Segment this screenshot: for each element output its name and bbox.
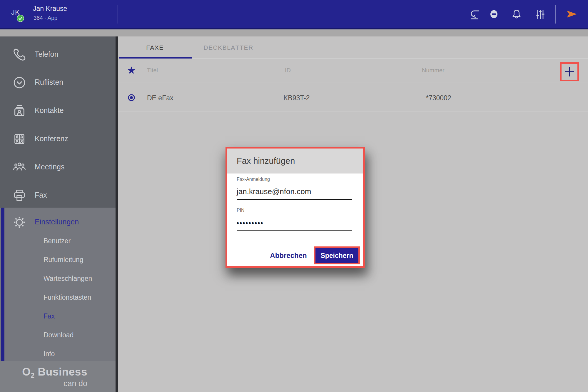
call-redirect-icon[interactable] <box>467 8 480 21</box>
cell-id: KB93T-2 <box>283 94 310 102</box>
subitem-label: Warteschlangen <box>44 275 92 283</box>
subheader-strip <box>0 29 588 36</box>
sidebar-item-meetings[interactable]: Meetings <box>0 153 116 181</box>
fax-login-label: Fax-Anmeldung <box>237 177 270 182</box>
conference-grid-icon <box>12 131 27 147</box>
sidebar-item-label: Kontakte <box>35 106 64 115</box>
user-account-block[interactable]: JK Jan Krause 384 - App <box>0 0 118 28</box>
sidebar-item-label: Ruflisten <box>35 78 63 86</box>
active-tab-indicator <box>119 57 192 59</box>
sidebar-item-label: Telefon <box>35 50 59 59</box>
pin-label: PIN <box>237 208 245 213</box>
tab-baseline <box>192 58 588 59</box>
topbar-divider <box>555 5 556 24</box>
sidebar-item-label: Einstellungen <box>35 218 79 226</box>
column-header-titel: Titel <box>147 67 158 74</box>
tab-label: DECKBLÄTTER <box>203 44 253 51</box>
phone-icon <box>12 47 27 62</box>
pin-underline <box>237 230 352 231</box>
annotation-box-add-button <box>560 62 579 81</box>
sidebar-item-fax[interactable]: Fax <box>0 181 116 209</box>
sidebar-item-kontakte[interactable]: Kontakte <box>0 97 116 125</box>
cancel-button[interactable]: Abbrechen <box>268 248 309 263</box>
sidebar-edge-shadow <box>116 36 118 392</box>
contacts-card-icon <box>12 103 27 119</box>
sidebar-item-label: Fax <box>35 191 47 199</box>
tab-deckblaetter[interactable]: DECKBLÄTTER <box>192 36 265 59</box>
sidebar-subitem-warteschlangen[interactable]: Warteschlangen <box>0 270 116 288</box>
notifications-bell-icon[interactable] <box>510 8 523 21</box>
subitem-label: Fax <box>44 312 55 320</box>
add-fax-button[interactable] <box>564 66 575 78</box>
do-not-disturb-icon[interactable] <box>487 8 500 21</box>
subitem-label: Funktionstasten <box>44 293 91 301</box>
fax-login-input[interactable]: jan.krause@nfon.com <box>237 187 311 196</box>
sidebar-subitem-funktionstasten[interactable]: Funktionstasten <box>0 288 116 307</box>
cell-titel: DE eFax <box>147 94 173 102</box>
fax-add-dialog: Fax hinzufügen Fax-Anmeldung jan.krause@… <box>227 149 363 266</box>
sidebar: Telefon Ruflisten Kontakte <box>0 36 116 392</box>
column-header-nummer: Nummer <box>422 67 445 74</box>
subitem-label: Info <box>44 350 55 358</box>
sidebar-subitem-rufumleitung[interactable]: Rufumleitung <box>0 251 116 270</box>
annotation-box-save-button: Speichern <box>314 246 360 264</box>
pin-input[interactable]: ••••••••• <box>237 219 264 227</box>
sidebar-subitem-fax[interactable]: Fax <box>0 307 116 326</box>
o2-business-logo: O2 Business can do <box>22 366 87 388</box>
sidebar-footer: O2 Business can do <box>0 361 116 392</box>
topbar-divider <box>458 5 458 24</box>
column-header-id: ID <box>285 67 291 74</box>
sidebar-item-label: Konferenz <box>35 134 68 143</box>
gear-icon <box>12 215 27 230</box>
user-extension: 384 - App <box>34 15 57 21</box>
radio-selected-icon[interactable] <box>128 94 135 101</box>
fax-printer-icon <box>12 188 27 203</box>
app-window: JK Jan Krause 384 - App <box>0 0 588 392</box>
sidebar-subitem-benutzer[interactable]: Benutzer <box>0 232 116 251</box>
sidebar-item-konferenz[interactable]: Konferenz <box>0 125 116 153</box>
tab-faxe[interactable]: FAXE <box>118 36 192 59</box>
user-name: Jan Krause <box>33 5 67 13</box>
tab-label: FAXE <box>146 44 164 51</box>
cell-nummer: *730002 <box>426 94 451 102</box>
topbar-divider <box>118 5 118 24</box>
annotation-box-modal: Fax hinzufügen Fax-Anmeldung jan.krause@… <box>225 147 365 268</box>
save-button[interactable]: Speichern <box>315 248 358 263</box>
sidebar-item-telefon[interactable]: Telefon <box>0 41 116 69</box>
subitem-label: Download <box>44 331 74 339</box>
send-fax-icon[interactable] <box>565 8 578 21</box>
audio-settings-sliders-icon[interactable] <box>534 8 547 21</box>
table-row[interactable]: DE eFax KB93T-2 *730002 <box>118 83 588 111</box>
meetings-people-icon <box>12 160 27 175</box>
fax-login-underline <box>237 199 352 200</box>
sidebar-subitem-download[interactable]: Download <box>0 326 116 345</box>
sidebar-item-einstellungen[interactable]: Einstellungen <box>0 212 116 233</box>
topbar: JK Jan Krause 384 - App <box>0 0 588 29</box>
settings-section: Einstellungen Benutzer Rufumleitung Wart… <box>0 208 116 361</box>
row-divider <box>118 111 588 111</box>
call-history-clock-icon <box>12 75 27 90</box>
sidebar-item-label: Meetings <box>35 163 64 171</box>
subitem-label: Rufumleitung <box>44 256 83 264</box>
status-available-icon <box>17 15 24 22</box>
dialog-header: Fax hinzufügen <box>227 149 363 174</box>
favorite-star-icon <box>127 66 136 75</box>
sidebar-item-ruflisten[interactable]: Ruflisten <box>0 69 116 96</box>
dialog-title: Fax hinzufügen <box>237 149 295 174</box>
subitem-label: Benutzer <box>44 237 71 245</box>
